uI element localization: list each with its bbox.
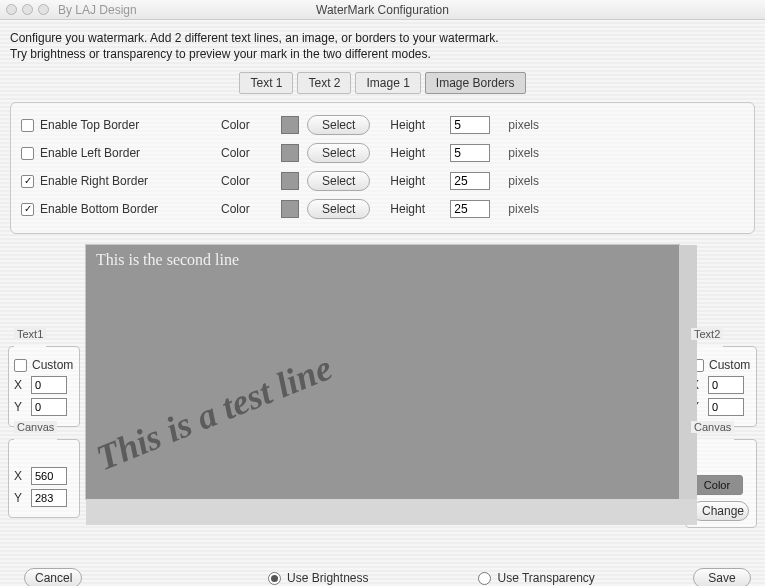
canvas1-box: Canvas X Y <box>8 433 80 518</box>
text1-legend: Text1 <box>14 328 46 340</box>
preview-bottom-border <box>86 499 697 525</box>
right-height-input[interactable] <box>450 172 490 190</box>
left-side-panels: Text1 Custom X Y Canvas X Y <box>8 244 80 528</box>
tab-text-1[interactable]: Text 1 <box>239 72 293 94</box>
canvas2-legend: Canvas <box>691 421 734 433</box>
enable-right-border-label: Enable Right Border <box>40 174 148 188</box>
canvas1-y-label: Y <box>14 491 26 505</box>
color-label: Color <box>221 118 281 132</box>
left-select-button[interactable]: Select <box>307 143 370 163</box>
top-color-swatch[interactable] <box>281 116 299 134</box>
window-title: WaterMark Configuration <box>0 0 765 20</box>
height-label: Height <box>390 174 450 188</box>
bottom-bar: Cancel Use Brightness Use Transparency S… <box>0 564 765 586</box>
enable-left-border-label: Enable Left Border <box>40 146 140 160</box>
text2-custom-label: Custom <box>709 358 750 372</box>
titlebar: By LAJ Design WaterMark Configuration <box>0 0 765 20</box>
borders-panel: Enable Top Border Color Select Height pi… <box>10 102 755 234</box>
preview-canvas: This is the second line This is a test l… <box>85 244 680 500</box>
height-label: Height <box>390 118 450 132</box>
enable-top-border-label: Enable Top Border <box>40 118 139 132</box>
cancel-button[interactable]: Cancel <box>24 568 82 586</box>
text1-box: Text1 Custom X Y <box>8 340 80 427</box>
color-label: Color <box>221 202 281 216</box>
border-top-row: Enable Top Border Color Select Height pi… <box>21 111 744 139</box>
top-height-input[interactable] <box>450 116 490 134</box>
text1-y-input[interactable] <box>31 398 67 416</box>
color-label: Color <box>221 146 281 160</box>
use-brightness-label: Use Brightness <box>287 571 368 585</box>
enable-left-border-checkbox[interactable] <box>21 147 34 160</box>
pixels-label: pixels <box>508 202 539 216</box>
enable-bottom-border-checkbox[interactable]: ✓ <box>21 203 34 216</box>
border-left-row: Enable Left Border Color Select Height p… <box>21 139 744 167</box>
text1-y-label: Y <box>14 400 26 414</box>
canvas1-x-label: X <box>14 469 26 483</box>
tab-bar: Text 1 Text 2 Image 1 Image Borders <box>0 72 765 94</box>
text1-custom-label: Custom <box>32 358 73 372</box>
tab-image-borders[interactable]: Image Borders <box>425 72 526 94</box>
bottom-select-button[interactable]: Select <box>307 199 370 219</box>
left-height-input[interactable] <box>450 144 490 162</box>
preview-text-1: This is a test line <box>90 346 338 479</box>
border-bottom-row: ✓Enable Bottom Border Color Select Heigh… <box>21 195 744 223</box>
canvas1-legend: Canvas <box>14 421 57 433</box>
top-select-button[interactable]: Select <box>307 115 370 135</box>
pixels-label: pixels <box>508 174 539 188</box>
canvas1-x-input[interactable] <box>31 467 67 485</box>
right-color-swatch[interactable] <box>281 172 299 190</box>
description-line2: Try brightness or transparency to previe… <box>10 46 755 62</box>
text2-legend: Text2 <box>691 328 723 340</box>
left-color-swatch[interactable] <box>281 144 299 162</box>
description: Configure you watermark. Add 2 different… <box>0 20 765 66</box>
use-transparency-label: Use Transparency <box>497 571 594 585</box>
pixels-label: pixels <box>508 118 539 132</box>
text2-x-input[interactable] <box>708 376 744 394</box>
border-right-row: ✓Enable Right Border Color Select Height… <box>21 167 744 195</box>
text1-x-input[interactable] <box>31 376 67 394</box>
enable-bottom-border-label: Enable Bottom Border <box>40 202 158 216</box>
radio-selected-icon <box>268 572 281 585</box>
text1-custom-checkbox[interactable] <box>14 359 27 372</box>
canvas1-y-input[interactable] <box>31 489 67 507</box>
tab-text-2[interactable]: Text 2 <box>297 72 351 94</box>
right-select-button[interactable]: Select <box>307 171 370 191</box>
bottom-height-input[interactable] <box>450 200 490 218</box>
height-label: Height <box>390 202 450 216</box>
save-button[interactable]: Save <box>693 568 751 586</box>
description-line1: Configure you watermark. Add 2 different… <box>10 30 755 46</box>
use-brightness-radio[interactable]: Use Brightness <box>268 571 368 585</box>
pixels-label: pixels <box>508 146 539 160</box>
canvas-color-button[interactable]: Color <box>691 475 743 495</box>
enable-top-border-checkbox[interactable] <box>21 119 34 132</box>
preview-right-border <box>679 245 697 499</box>
preview-text-2: This is the second line <box>96 251 239 269</box>
color-label: Color <box>221 174 281 188</box>
enable-right-border-checkbox[interactable]: ✓ <box>21 175 34 188</box>
text2-y-input[interactable] <box>708 398 744 416</box>
radio-unselected-icon <box>478 572 491 585</box>
canvas-change-button[interactable]: Change <box>691 501 749 521</box>
tab-image-1[interactable]: Image 1 <box>355 72 420 94</box>
use-transparency-radio[interactable]: Use Transparency <box>478 571 594 585</box>
height-label: Height <box>390 146 450 160</box>
text1-x-label: X <box>14 378 26 392</box>
bottom-color-swatch[interactable] <box>281 200 299 218</box>
